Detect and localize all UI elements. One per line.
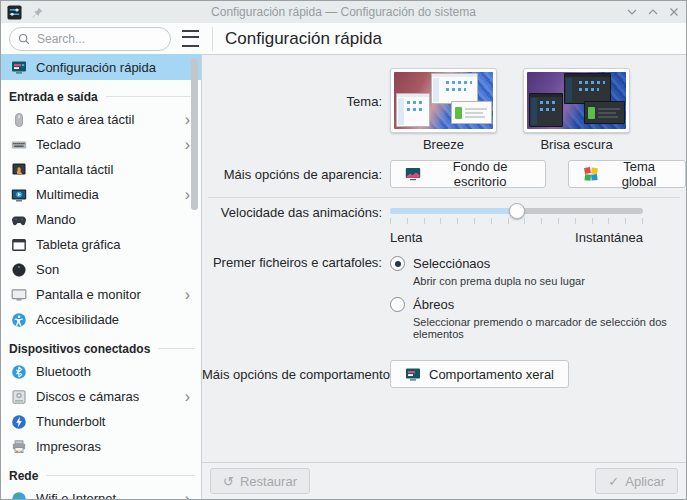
globe-icon <box>11 491 27 500</box>
gamepad-icon <box>11 212 27 228</box>
theme-preview-breeze[interactable] <box>390 68 497 133</box>
general-behavior-button[interactable]: Comportamento xeral <box>390 360 569 388</box>
accessibility-icon <box>11 312 27 328</box>
slider-max-label: Instantánea <box>575 230 643 245</box>
slider-min-label: Lenta <box>390 230 423 245</box>
multimedia-icon <box>11 187 27 203</box>
click-behavior-label: Premer ficheiros e cartafoles: <box>202 255 390 349</box>
minimize-button[interactable] <box>626 6 638 18</box>
animation-speed-row: Velocidade das animacións: Lenta Instant… <box>202 205 686 245</box>
sidebar-scrollbar[interactable] <box>191 58 198 210</box>
sidebar-section-entrada-e-saida: Entrada e saída <box>1 80 201 107</box>
disks-icon <box>11 389 27 405</box>
thunderbolt-icon <box>11 414 27 430</box>
sidebar-item-tableta-grafica[interactable]: Tableta gráfica <box>1 232 201 257</box>
sidebar-item-accesibilidade[interactable]: Accesibilidade <box>1 307 201 332</box>
checkmark-icon: ✓ <box>608 475 619 488</box>
search-icon <box>17 32 31 46</box>
keyboard-icon <box>11 137 27 153</box>
desktop-wallpaper-icon <box>405 166 421 182</box>
slider-fill <box>390 208 517 214</box>
theme-name: Breeze <box>423 137 464 152</box>
window-title: Configuración rápida — Configuración do … <box>1 5 686 19</box>
chevron-right-icon: › <box>185 491 190 500</box>
sidebar-item-teclado[interactable]: Teclado › <box>1 132 201 157</box>
sidebar-item-mando[interactable]: Mando <box>1 207 201 232</box>
radio-button-icon[interactable] <box>390 256 405 271</box>
theme-row: Tema: Breeze <box>202 68 686 152</box>
chevron-right-icon: › <box>185 112 190 128</box>
radio-select-them-description: Abrir con prema dupla no seu lugar <box>413 275 686 287</box>
animation-speed-label: Velocidade das animacións: <box>202 205 390 245</box>
sidebar-item-configuracion-rapida[interactable]: Configuración rápida <box>1 54 201 80</box>
radio-button-icon[interactable] <box>390 297 405 312</box>
menu-button[interactable] <box>182 30 199 47</box>
sidebar-section-rede: Rede <box>1 459 201 486</box>
restore-button[interactable]: ↺ Restaurar <box>210 468 310 494</box>
chevron-right-icon: › <box>185 389 190 405</box>
global-theme-button[interactable]: Tema global <box>568 160 686 188</box>
theme-option-breeze[interactable]: Breeze <box>390 68 497 152</box>
appearance-row: Máis opcións de aparencia: Fondo de escr… <box>202 160 686 188</box>
toolbar: Configuración rápida <box>1 23 686 54</box>
behavior-row: Máis opcións de comportamento: Comportam… <box>202 360 686 388</box>
desktop-wallpaper-button[interactable]: Fondo de escritorio <box>390 160 546 188</box>
sidebar-item-thunderbolt[interactable]: Thunderbolt <box>1 409 201 434</box>
maximize-button[interactable] <box>647 6 659 18</box>
system-settings-window: Configuración rápida — Configuración do … <box>0 0 687 500</box>
sidebar-section-dispositivos-conectados: Dispositivos conectados <box>1 332 201 359</box>
mouse-icon <box>11 112 27 128</box>
sidebar-item-wifi-e-internet[interactable]: Wifi e Internet › <box>1 486 201 499</box>
sidebar-item-son[interactable]: Son <box>1 257 201 282</box>
printer-icon <box>11 439 27 455</box>
global-theme-icon <box>583 166 599 182</box>
chevron-right-icon: › <box>185 137 190 153</box>
sound-icon <box>11 262 27 278</box>
sidebar-item-discos-e-camaras[interactable]: Discos e cámaras › <box>1 384 201 409</box>
bluetooth-icon <box>11 364 27 380</box>
pin-icon[interactable] <box>31 6 44 19</box>
theme-label: Tema: <box>202 68 390 152</box>
sidebar-item-rato[interactable]: Rato e área táctil › <box>1 107 201 132</box>
app-icon <box>7 5 22 20</box>
slider-handle[interactable] <box>509 203 525 219</box>
apply-button[interactable]: ✓ Aplicar <box>595 468 678 494</box>
radio-open-them-description: Seleccionar premendo o marcador de selec… <box>413 316 686 340</box>
theme-preview-brisa-escura[interactable] <box>523 68 630 133</box>
close-button[interactable] <box>668 6 680 18</box>
radio-open-them[interactable]: Ábreos <box>390 296 686 313</box>
click-behavior-row: Premer ficheiros e cartafoles: Selección… <box>202 255 686 349</box>
tablet-icon <box>11 237 27 253</box>
animation-speed-slider[interactable]: Lenta Instantánea <box>390 205 643 245</box>
undo-icon: ↺ <box>223 475 234 488</box>
footer-bar: ↺ Restaurar ✓ Aplicar <box>202 462 686 499</box>
sidebar: Configuración rápida Entrada e saída Rat… <box>1 54 201 499</box>
quick-settings-icon <box>405 366 421 382</box>
slider-track[interactable] <box>390 208 643 214</box>
radio-select-them[interactable]: Selecciónaos <box>390 255 686 272</box>
behavior-label: Máis opcións de comportamento: <box>202 367 390 382</box>
sidebar-item-pantalla-e-monitor[interactable]: Pantalla e monitor › <box>1 282 201 307</box>
section-separator <box>208 197 680 198</box>
page-title: Configuración rápida <box>225 29 382 49</box>
sidebar-item-pantalla-tactil[interactable]: Pantalla táctil <box>1 157 201 182</box>
search-input[interactable] <box>9 27 171 51</box>
sidebar-item-impresoras[interactable]: Impresoras <box>1 434 201 459</box>
quick-settings-icon <box>11 59 27 75</box>
titlebar[interactable]: Configuración rápida — Configuración do … <box>1 1 686 23</box>
monitor-icon <box>11 287 27 303</box>
main-content: Tema: Breeze <box>201 54 686 499</box>
appearance-label: Máis opcións de aparencia: <box>202 167 390 182</box>
toolbar-separator <box>212 27 213 51</box>
sidebar-item-bluetooth[interactable]: Bluetooth <box>1 359 201 384</box>
touchscreen-icon <box>11 162 27 178</box>
chevron-right-icon: › <box>185 287 190 303</box>
sidebar-item-multimedia[interactable]: Multimedia › <box>1 182 201 207</box>
theme-option-brisa-escura[interactable]: Brisa escura <box>523 68 630 152</box>
theme-name: Brisa escura <box>540 137 612 152</box>
chevron-right-icon: › <box>185 187 190 203</box>
